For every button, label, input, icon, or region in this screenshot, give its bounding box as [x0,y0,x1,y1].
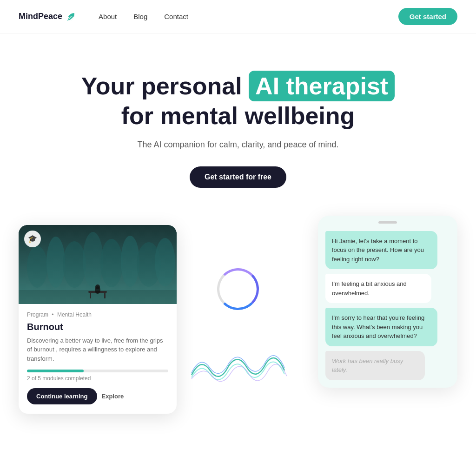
chat-handle [318,216,457,227]
hero-title-highlight: AI therapist [249,71,395,101]
leaf-icon [65,12,76,21]
nav-item-about[interactable]: About [99,13,117,21]
cards-section: 🎓 Program • Mental Health Burnout Discov… [0,216,476,439]
navbar: MindPeace About Blog Contact Get started [0,0,476,33]
chat-text-input: Work has been really busy lately. [332,357,403,374]
explore-button[interactable]: Explore [102,388,124,404]
graduation-icon: 🎓 [24,231,41,247]
chat-text-user-1: I'm feeling a bit anxious and overwhelme… [332,280,407,297]
chat-message-input[interactable]: Work has been really busy lately. [325,351,425,380]
progress-fill [27,370,84,372]
nav-item-contact[interactable]: Contact [164,13,188,21]
tag-dot: • [52,311,53,318]
chat-message-user-1: I'm feeling a bit anxious and overwhelme… [325,274,431,303]
card-tag-category: Mental Health [57,311,92,318]
svg-rect-13 [104,293,106,298]
center-visual [187,268,289,386]
hero-title: Your personal AI therapist for mental we… [19,71,457,131]
hero-section: Your personal AI therapist for mental we… [0,33,476,216]
continue-learning-button[interactable]: Continue learning [27,388,97,404]
chat-text-ai-1: Hi Jamie, let's take a moment to focus o… [332,238,424,263]
chat-message-ai-1: Hi Jamie, let's take a moment to focus o… [325,231,437,270]
card-image-scene [19,225,177,304]
nav-cta-button[interactable]: Get started [398,8,457,25]
hero-title-suffix: for mental wellbeing [121,102,355,129]
card-image: 🎓 [19,225,177,304]
chat-messages: Hi Jamie, let's take a moment to focus o… [318,227,457,388]
progress-label: 2 of 5 modules completed [27,375,168,382]
hero-subtitle: The AI companion for calm, clarity, and … [19,140,457,150]
card-actions: Continue learning Explore [27,388,168,404]
nav-links: About Blog Contact [99,13,398,21]
hero-cta-button[interactable]: Get started for free [190,166,286,188]
nav-item-blog[interactable]: Blog [133,13,147,21]
loading-spinner [217,268,259,310]
card-tags: Program • Mental Health [27,311,168,318]
progress-bar [27,370,168,372]
course-card: 🎓 Program • Mental Health Burnout Discov… [19,225,177,414]
hero-title-prefix: Your personal [81,73,249,99]
wave-chart [187,347,289,386]
card-description: Discovering a better way to live, free f… [27,336,168,364]
nav-link-about[interactable]: About [99,13,117,20]
chat-text-ai-2: I'm sorry to hear that you're feeling th… [332,314,424,339]
svg-rect-12 [90,293,91,298]
card-title: Burnout [27,322,168,332]
logo-text: MindPeace [19,12,62,21]
logo[interactable]: MindPeace [19,12,76,21]
card-tag-program: Program [27,311,48,318]
chat-message-ai-2: I'm sorry to hear that you're feeling th… [325,308,437,346]
nav-link-contact[interactable]: Contact [164,13,188,20]
nav-link-blog[interactable]: Blog [133,13,147,20]
svg-point-15 [95,284,100,289]
handle-bar [378,221,397,224]
card-body: Program • Mental Health Burnout Discover… [19,304,177,414]
chat-card: Hi Jamie, let's take a moment to focus o… [318,216,457,388]
